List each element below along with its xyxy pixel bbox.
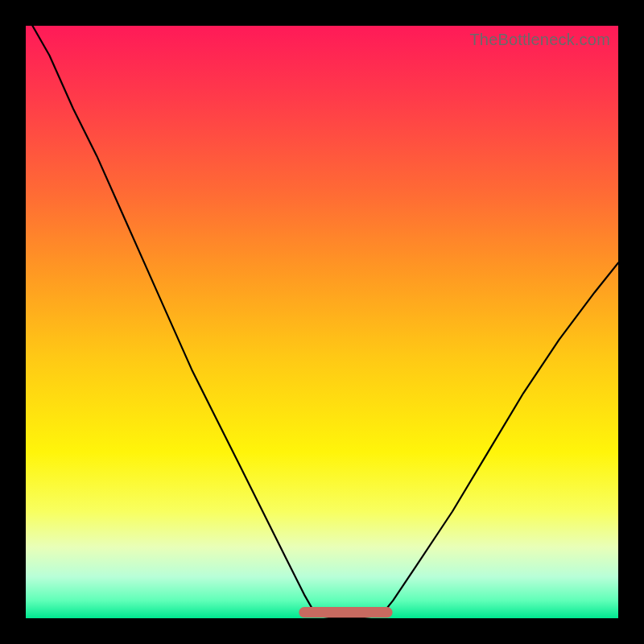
chart-frame: TheBottleneck.com (0, 0, 644, 644)
plot-area: TheBottleneck.com (26, 26, 618, 618)
curve-layer (26, 26, 618, 618)
bottleneck-curve (26, 26, 618, 618)
